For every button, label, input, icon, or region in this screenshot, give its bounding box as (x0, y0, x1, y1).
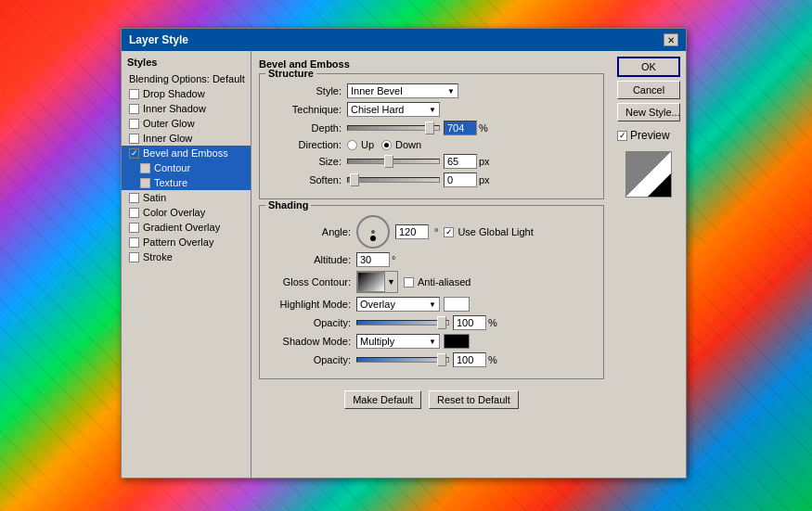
shadow-color-swatch[interactable] (444, 334, 470, 349)
shadow-opacity-label: Opacity: (267, 354, 351, 365)
soften-input[interactable]: 0 (444, 172, 477, 187)
direction-up-radio[interactable] (347, 140, 357, 150)
technique-label: Technique: (267, 104, 342, 115)
technique-row: Technique: Chisel Hard ▼ (267, 102, 596, 117)
highlight-mode-arrow: ▼ (429, 300, 436, 309)
technique-dropdown[interactable]: Chisel Hard ▼ (347, 102, 440, 117)
angle-dial[interactable] (356, 215, 390, 249)
direction-up-label: Up (361, 139, 374, 150)
new-style-button[interactable]: New Style... (617, 103, 680, 121)
highlight-opacity-input[interactable]: 100 (453, 315, 486, 330)
style-dropdown[interactable]: Inner Bevel ▼ (347, 83, 458, 98)
angle-unit: ° (434, 226, 438, 237)
sidebar-item-inner-shadow[interactable]: Inner Shadow (122, 101, 251, 116)
use-global-light-checkbox[interactable] (444, 227, 454, 237)
drop-shadow-checkbox[interactable] (129, 89, 139, 99)
gradient-overlay-checkbox[interactable] (129, 223, 139, 233)
sidebar-item-contour[interactable]: Contour (122, 160, 251, 175)
direction-label: Direction: (267, 139, 342, 150)
cancel-button[interactable]: Cancel (617, 81, 680, 99)
sidebar-item-color-overlay[interactable]: Color Overlay (122, 205, 251, 220)
contour-dropdown-arrow: ▼ (385, 277, 397, 287)
sidebar-item-texture[interactable]: Texture (122, 175, 251, 190)
inner-shadow-label: Inner Shadow (143, 103, 206, 114)
shadow-opacity-slider[interactable] (356, 357, 449, 363)
preview-checkbox[interactable] (617, 131, 627, 141)
altitude-unit: ° (392, 254, 395, 265)
reset-to-default-button[interactable]: Reset to Default (429, 390, 519, 409)
soften-slider-thumb[interactable] (350, 173, 359, 186)
angle-row: Angle: 120 ° Use Global Light (267, 215, 596, 249)
anti-aliased-option[interactable]: Anti-aliased (404, 276, 470, 287)
sidebar-item-satin[interactable]: Satin (122, 190, 251, 205)
use-global-light-label: Use Global Light (458, 226, 533, 237)
ok-button[interactable]: OK (617, 57, 680, 77)
direction-row: Direction: Up Down (267, 139, 596, 150)
sidebar-styles-header: Styles (122, 55, 251, 71)
sidebar-item-inner-glow[interactable]: Inner Glow (122, 131, 251, 146)
highlight-opacity-slider[interactable] (356, 320, 449, 326)
style-label: Style: (267, 85, 342, 96)
outer-glow-checkbox[interactable] (129, 119, 139, 129)
shadow-opacity-input[interactable]: 100 (453, 352, 486, 367)
shading-title: Shading (265, 199, 311, 211)
use-global-light-option[interactable]: Use Global Light (444, 226, 533, 237)
size-unit: px (479, 156, 490, 167)
soften-label: Soften: (267, 174, 342, 185)
contour-checkbox[interactable] (140, 163, 150, 173)
pattern-overlay-checkbox[interactable] (129, 237, 139, 248)
inner-glow-checkbox[interactable] (129, 134, 139, 144)
contour-preview-icon (357, 272, 385, 292)
gloss-contour-picker[interactable]: ▼ (356, 271, 398, 293)
shadow-opacity-row: Opacity: 100 % (267, 352, 596, 367)
sidebar-item-gradient-overlay[interactable]: Gradient Overlay (122, 220, 251, 235)
shading-section: Shading Angle: 120 ° Use Global Light (259, 205, 604, 379)
preview-label: Preview (630, 129, 670, 142)
anti-aliased-checkbox[interactable] (404, 277, 414, 287)
highlight-opacity-label: Opacity: (267, 317, 351, 328)
highlight-mode-value: Overlay (360, 299, 395, 310)
sidebar-item-blending-options[interactable]: Blending Options: Default (122, 71, 251, 86)
shadow-mode-dropdown[interactable]: Multiply ▼ (356, 334, 440, 349)
inner-glow-label: Inner Glow (143, 133, 192, 144)
color-overlay-checkbox[interactable] (129, 208, 139, 218)
size-slider[interactable] (347, 159, 440, 164)
sidebar-item-outer-glow[interactable]: Outer Glow (122, 116, 251, 131)
structure-title: Structure (265, 68, 316, 79)
make-default-button[interactable]: Make Default (344, 390, 421, 409)
direction-up-option[interactable]: Up (347, 139, 374, 150)
shadow-opacity-unit: % (488, 354, 497, 365)
highlight-color-swatch[interactable] (444, 297, 470, 312)
satin-checkbox[interactable] (129, 193, 139, 203)
sidebar-item-drop-shadow[interactable]: Drop Shadow (122, 86, 251, 101)
close-button[interactable]: ✕ (664, 33, 678, 46)
depth-slider[interactable] (347, 125, 440, 131)
highlight-opacity-thumb[interactable] (437, 316, 446, 329)
angle-input[interactable]: 120 (395, 224, 429, 239)
direction-down-radio[interactable] (381, 140, 392, 150)
inner-shadow-checkbox[interactable] (129, 104, 139, 114)
preview-option[interactable]: Preview (617, 129, 680, 142)
depth-input[interactable]: 704 (444, 121, 477, 135)
soften-slider[interactable] (347, 177, 440, 183)
technique-value: Chisel Hard (351, 104, 404, 115)
sidebar-item-stroke[interactable]: Stroke (122, 249, 251, 264)
altitude-input[interactable]: 30 (356, 252, 390, 267)
stroke-checkbox[interactable] (129, 252, 139, 262)
direction-down-option[interactable]: Down (381, 139, 421, 150)
highlight-mode-dropdown[interactable]: Overlay ▼ (356, 297, 440, 312)
texture-checkbox[interactable] (140, 178, 150, 188)
soften-row: Soften: 0 px (267, 172, 596, 187)
style-row: Style: Inner Bevel ▼ (267, 83, 596, 98)
title-bar: Layer Style ✕ (122, 29, 686, 51)
bevel-emboss-checkbox[interactable] (129, 148, 139, 159)
gradient-overlay-label: Gradient Overlay (143, 222, 220, 233)
depth-slider-thumb[interactable] (425, 121, 434, 134)
size-slider-thumb[interactable] (384, 155, 393, 168)
sidebar: Styles Blending Options: Default Drop Sh… (122, 51, 251, 478)
size-input[interactable]: 65 (444, 154, 477, 169)
sidebar-item-pattern-overlay[interactable]: Pattern Overlay (122, 235, 251, 249)
shadow-opacity-thumb[interactable] (437, 353, 446, 366)
sidebar-item-bevel-emboss[interactable]: Bevel and Emboss (122, 146, 251, 160)
technique-dropdown-arrow: ▼ (429, 106, 436, 114)
